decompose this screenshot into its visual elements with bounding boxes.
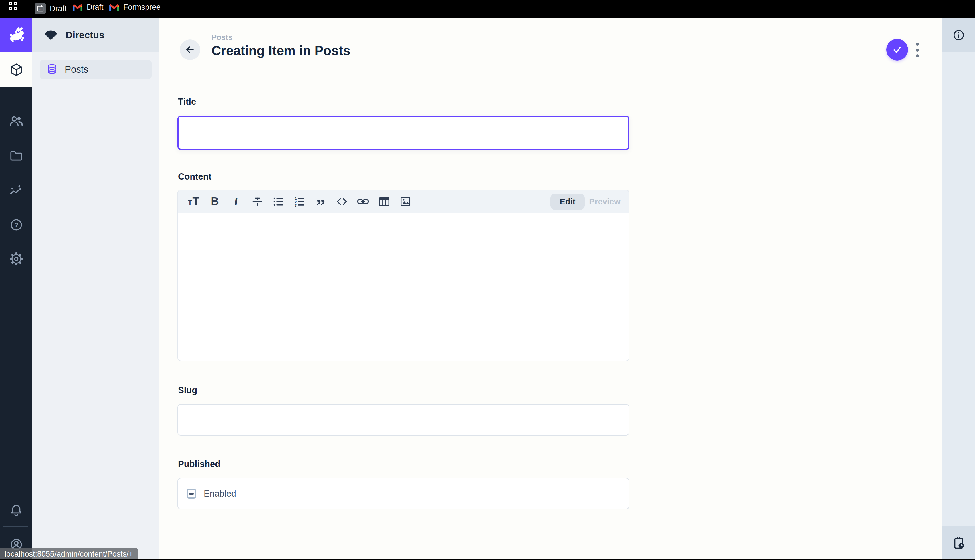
wysiwyg-toolbar: TT B I 123 ” bbox=[178, 190, 629, 213]
arrow-left-icon bbox=[184, 43, 196, 56]
published-field: Enabled bbox=[177, 478, 629, 509]
wysiwyg-editing-area[interactable] bbox=[178, 213, 629, 361]
notifications-button[interactable] bbox=[8, 502, 24, 518]
fan-icon bbox=[44, 30, 58, 40]
files-folder-icon bbox=[9, 149, 23, 163]
back-button[interactable] bbox=[180, 40, 200, 60]
browser-tab-draft-1[interactable]: 31 Draft bbox=[35, 3, 67, 14]
code-icon[interactable] bbox=[331, 193, 352, 210]
tab-label: Formspree bbox=[123, 3, 161, 12]
module-insights[interactable] bbox=[8, 182, 24, 198]
module-help[interactable]: ? bbox=[8, 217, 24, 233]
settings-gear-icon bbox=[9, 252, 23, 266]
check-icon bbox=[891, 43, 904, 56]
content-field-label: Content bbox=[178, 172, 212, 182]
database-icon bbox=[46, 63, 58, 76]
table-icon[interactable] bbox=[373, 193, 395, 210]
content-cube-icon bbox=[9, 63, 23, 77]
title-input[interactable] bbox=[177, 115, 629, 150]
bullet-list-icon[interactable] bbox=[268, 193, 289, 210]
notifications-bell-icon bbox=[9, 503, 23, 517]
sidebar-activity-button[interactable] bbox=[942, 526, 975, 560]
preview-tab[interactable]: Preview bbox=[585, 193, 625, 210]
svg-text:3: 3 bbox=[295, 203, 297, 208]
gmail-icon bbox=[72, 3, 83, 12]
save-button[interactable] bbox=[886, 39, 908, 61]
browser-tab-draft-2[interactable]: Draft bbox=[72, 3, 103, 12]
tab-label: Draft bbox=[50, 4, 67, 13]
sidebar-info-button[interactable] bbox=[942, 18, 975, 52]
apps-grid-icon[interactable] bbox=[9, 2, 18, 11]
italic-icon[interactable]: I bbox=[225, 193, 247, 210]
main-content: Posts Creating Item in Posts Title Conte… bbox=[159, 18, 942, 560]
breadcrumb[interactable]: Posts bbox=[212, 33, 233, 42]
right-sidebar bbox=[942, 18, 975, 560]
title-field-label: Title bbox=[178, 97, 196, 107]
svg-text:?: ? bbox=[14, 221, 18, 228]
published-checkbox-label: Enabled bbox=[204, 488, 236, 499]
module-bar-divider bbox=[3, 526, 28, 527]
help-icon: ? bbox=[9, 218, 23, 232]
indeterminate-dash-icon bbox=[189, 493, 194, 495]
slug-field-label: Slug bbox=[178, 385, 197, 395]
sidebar-item-label: Posts bbox=[65, 64, 88, 75]
navigation-sidebar: Directus Posts bbox=[32, 18, 159, 560]
blockquote-icon[interactable]: ” bbox=[310, 193, 331, 210]
module-settings[interactable] bbox=[8, 250, 24, 267]
published-field-label: Published bbox=[178, 459, 220, 469]
module-bar: ? bbox=[0, 18, 32, 560]
status-bar-url: localhost:8055/admin/content/Posts/+ bbox=[0, 548, 138, 560]
strikethrough-icon[interactable] bbox=[247, 193, 268, 210]
project-name: Directus bbox=[65, 30, 105, 41]
page-title: Creating Item in Posts bbox=[212, 43, 350, 58]
heading-icon[interactable]: TT bbox=[183, 193, 204, 210]
browser-tab-strip: 31 Draft Draft Formspree bbox=[0, 0, 975, 18]
published-checkbox-indeterminate[interactable] bbox=[187, 489, 196, 498]
info-icon bbox=[952, 28, 965, 42]
link-icon[interactable] bbox=[352, 193, 373, 210]
tab-label: Draft bbox=[87, 3, 103, 12]
browser-tab-formspree[interactable]: Formspree bbox=[109, 3, 161, 12]
kebab-menu-button[interactable] bbox=[914, 42, 921, 58]
directus-rabbit-icon bbox=[7, 25, 26, 45]
numbered-list-icon[interactable]: 123 bbox=[289, 193, 310, 210]
wysiwyg-editor: TT B I 123 ” bbox=[177, 190, 629, 361]
module-files[interactable] bbox=[8, 148, 24, 164]
text-caret bbox=[187, 125, 187, 142]
edit-tab[interactable]: Edit bbox=[550, 193, 585, 210]
slug-input[interactable] bbox=[177, 404, 629, 436]
insights-icon bbox=[9, 183, 23, 198]
sidebar-item-posts[interactable]: Posts bbox=[40, 60, 152, 79]
users-icon bbox=[9, 114, 23, 129]
image-icon[interactable] bbox=[395, 193, 416, 210]
activity-clipboard-clock-icon bbox=[952, 536, 966, 550]
project-header[interactable]: Directus bbox=[32, 18, 159, 52]
module-users[interactable] bbox=[8, 113, 24, 130]
directus-app-window: 31 Draft Draft Formspree bbox=[0, 0, 975, 560]
editor-mode-tabs: Edit Preview bbox=[550, 193, 625, 210]
svg-text:31: 31 bbox=[39, 8, 42, 11]
directus-logo-button[interactable] bbox=[0, 18, 32, 52]
gmail-icon bbox=[109, 3, 120, 12]
window-bottom-edge bbox=[0, 559, 975, 560]
module-content[interactable] bbox=[0, 52, 32, 87]
calendar-31-icon: 31 bbox=[35, 3, 46, 14]
bold-icon[interactable]: B bbox=[204, 193, 225, 210]
